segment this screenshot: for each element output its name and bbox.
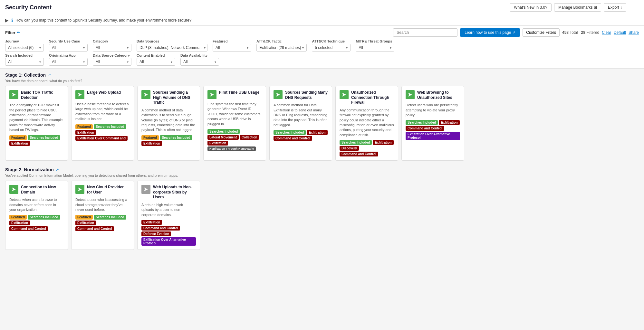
card-icon-svg	[275, 92, 281, 97]
filter-select-originating-app[interactable]: All▾	[49, 58, 88, 66]
export-button[interactable]: Export ↓	[604, 3, 626, 12]
filter-group-att&ck-tactic: ATT&CK TacticExfiltration (28 matches)▾	[256, 39, 307, 52]
card-icon	[207, 90, 216, 99]
card-icon	[406, 90, 415, 99]
filter-select-att&ck-technique[interactable]: 5 selected▾	[312, 44, 351, 52]
cards-grid-stage1: Basic TOR Traffic Detection The anonymit…	[5, 86, 639, 161]
card-title: Web Browsing to Unauthorized Sites	[417, 90, 460, 100]
card-icon-svg	[77, 187, 82, 192]
card-stage2-1[interactable]: New Cloud Provider for User Detect a use…	[71, 181, 134, 250]
card-header: Unauthorized Connection Through Firewall	[340, 90, 394, 105]
tag-searches: Searches Included	[160, 135, 192, 140]
card-icon-svg	[11, 187, 16, 192]
card-header: Basic TOR Traffic Detection	[9, 90, 64, 100]
card-tags: Searches IncludedLateral MovementCollect…	[207, 129, 262, 151]
filter-select-data-availability[interactable]: All▾	[180, 58, 219, 66]
tag-command: Command and Control	[406, 126, 444, 131]
manage-bookmarks-button[interactable]: Manage Bookmarks ⊞	[554, 3, 601, 12]
tag-exfil-alt: Exfiltration Over Alternative Protocol	[406, 132, 460, 140]
clear-button[interactable]: Clear	[602, 30, 611, 35]
card-header: First Time USB Usage	[207, 90, 262, 99]
whats-new-button[interactable]: What's New In 3.0?	[510, 3, 552, 12]
filter-row-1: JourneyAll selected (6)▾Security Use Cas…	[5, 39, 639, 52]
info-toggle-button[interactable]: ▶	[5, 18, 9, 23]
card-icon-svg	[143, 187, 149, 192]
filter-select-featured[interactable]: All▾	[213, 44, 251, 52]
share-button[interactable]: Share	[629, 30, 639, 35]
card-desc: Detects when users browse to domains nev…	[9, 197, 64, 212]
svg-marker-3	[210, 93, 214, 97]
tag-searches: Searches Included	[340, 140, 372, 145]
filter-select-data-sources[interactable]: DLP (8 matches), Network Commu...▾	[137, 44, 207, 52]
card-icon	[274, 90, 283, 99]
card-tags: ExfiltrationCommand and ControlDefense E…	[141, 220, 196, 246]
card-tags: Searches IncludedExfiltrationCommand and…	[406, 120, 460, 140]
filter-select-journey[interactable]: All selected (6)▾	[5, 44, 44, 52]
card-title: First Time USB Usage	[219, 90, 259, 95]
tag-exfiltration: Exfiltration Over Command and	[75, 136, 128, 141]
card-stage2-2[interactable]: Web Uploads to Non-corporate Sites by Us…	[137, 181, 200, 250]
tag-command: Command and Control	[340, 152, 378, 156]
tag-searches: Searches Included	[94, 124, 126, 129]
filter-select-mitre-threat-groups[interactable]: All▾	[356, 44, 394, 52]
tag-exfiltration: Exfiltration	[141, 141, 162, 146]
page-title: Security Content	[5, 4, 52, 11]
card-tags: FeaturedSearches IncludedExfiltrationCom…	[9, 215, 64, 231]
info-banner-text: How can you map this content to Splunk's…	[15, 18, 191, 23]
stage-subtitle-stage2: You've applied Common Information Model,…	[5, 174, 639, 177]
tag-command: Command and Control	[274, 136, 312, 141]
card-stage2-0[interactable]: Connection to New Domain Detects when us…	[5, 181, 68, 250]
tag-featured: Featured	[141, 135, 159, 140]
card-icon-svg	[77, 92, 82, 97]
customize-filters-button[interactable]: Customize Filters	[523, 28, 560, 37]
filter-group-journey: JourneyAll selected (6)▾	[5, 39, 44, 52]
filter-edit-icon[interactable]: ✏	[17, 31, 20, 35]
more-button[interactable]: ...	[629, 4, 639, 12]
tag-featured: Featured	[75, 215, 93, 220]
card-stage1-4[interactable]: Sources Sending Many DNS Requests A comm…	[269, 86, 332, 161]
filter-select-category[interactable]: All▾	[93, 44, 131, 52]
tag-collection: Collection	[240, 135, 259, 140]
tag-exfiltration: Exfiltration	[373, 140, 393, 145]
stage-link-icon-stage1[interactable]: ↗	[48, 73, 51, 77]
filter-select-att&ck-tactic[interactable]: Exfiltration (28 matches)▾	[256, 44, 307, 52]
tag-exfil-alt: Exfiltration Over Alternative Protocol	[141, 237, 196, 246]
card-icon-svg	[11, 92, 16, 97]
card-title: Unauthorized Connection Through Firewall	[351, 90, 394, 105]
stage-subtitle-stage1: You have the data onboard, what do you d…	[5, 79, 639, 83]
card-icon	[340, 90, 349, 99]
tag-featured: Featured	[75, 124, 93, 129]
learn-button[interactable]: Learn how to use this page ↗	[460, 28, 520, 37]
filter-select-security-use-case[interactable]: All▾	[49, 44, 88, 52]
filter-label: Filter ✏	[5, 30, 20, 35]
tag-featured: Featured	[9, 135, 27, 140]
card-stage1-6[interactable]: Web Browsing to Unauthorized Sites Detec…	[401, 86, 464, 161]
card-stage1-3[interactable]: First Time USB Usage Find systems the fi…	[203, 86, 266, 161]
card-stage1-2[interactable]: Sources Sending a High Volume of DNS Tra…	[137, 86, 200, 161]
card-stage1-1[interactable]: Large Web Upload Uses a basic threshold …	[71, 86, 134, 161]
card-stage1-5[interactable]: Unauthorized Connection Through Firewall…	[335, 86, 398, 161]
header: Security Content What's New In 3.0? Mana…	[0, 0, 644, 15]
svg-marker-8	[78, 187, 82, 191]
filter-select-data-source-category[interactable]: All▾	[93, 58, 131, 66]
card-icon-svg	[341, 92, 347, 97]
filter-right-controls: Learn how to use this page ↗ Customize F…	[393, 28, 639, 37]
card-stage1-0[interactable]: Basic TOR Traffic Detection The anonymit…	[5, 86, 68, 161]
svg-marker-6	[408, 93, 412, 97]
filter-select-search-included[interactable]: All▾	[5, 58, 44, 66]
card-desc: Detect users who are persistently attemp…	[406, 103, 460, 118]
svg-marker-7	[12, 187, 16, 191]
filter-select-content-enabled[interactable]: All▾	[137, 58, 175, 66]
card-tags: FeaturedSearches IncludedExfiltration	[9, 135, 64, 146]
card-icon-svg	[143, 92, 149, 97]
stage-header-stage2: Stage 2: Normalization ↗	[5, 167, 639, 172]
header-actions: What's New In 3.0? Manage Bookmarks ⊞ Ex…	[510, 3, 639, 12]
card-header: New Cloud Provider for User	[75, 185, 130, 195]
filter-group-data-sources: Data SourcesDLP (8 matches), Network Com…	[137, 39, 207, 52]
card-icon-svg	[408, 92, 413, 97]
stage-link-icon-stage2[interactable]: ↗	[56, 167, 59, 172]
filter-bar: Filter ✏ Learn how to use this page ↗ Cu…	[0, 26, 644, 69]
stage-section-stage2: Stage 2: Normalization ↗You've applied C…	[5, 167, 639, 250]
default-button[interactable]: Default	[614, 30, 626, 35]
search-input[interactable]	[393, 28, 457, 37]
